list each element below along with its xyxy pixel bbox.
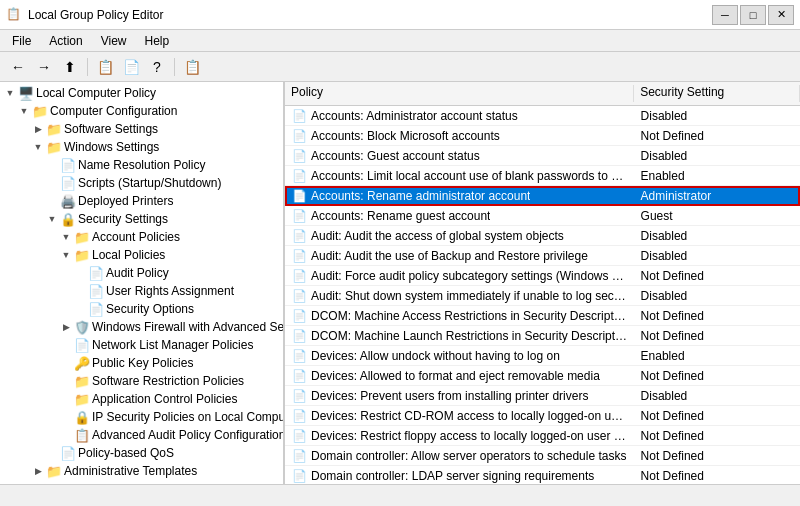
tree-node-root[interactable]: ▼🖥️Local Computer Policy xyxy=(0,84,283,102)
tree-node-audit[interactable]: 📄Audit Policy xyxy=(0,264,283,282)
maximize-button[interactable]: □ xyxy=(740,5,766,25)
expand-icon-ipsec[interactable] xyxy=(58,409,74,425)
tree-label-cc: Computer Configuration xyxy=(50,104,177,118)
tree-label-lp: Local Policies xyxy=(92,248,165,262)
policy-cell: 📄Accounts: Administrator account status xyxy=(285,107,635,125)
expand-icon-dp[interactable] xyxy=(44,193,60,209)
tree-label-srp: Software Restriction Policies xyxy=(92,374,244,388)
expand-icon-pbqos[interactable] xyxy=(44,445,60,461)
policy-list[interactable]: 📄Accounts: Administrator account statusD… xyxy=(285,106,800,484)
list-row[interactable]: 📄Accounts: Limit local account use of bl… xyxy=(285,166,800,186)
tree-node-wfas[interactable]: ▶🛡️Windows Firewall with Advanced Securi… xyxy=(0,318,283,336)
policy-name: Audit: Force audit policy subcategory se… xyxy=(311,269,629,283)
list-row[interactable]: 📄Accounts: Administrator account statusD… xyxy=(285,106,800,126)
expand-icon-wfas[interactable]: ▶ xyxy=(58,319,74,335)
expand-icon-pkp[interactable] xyxy=(58,355,74,371)
list-row[interactable]: 📄Accounts: Rename guest accountGuest xyxy=(285,206,800,226)
show-hide-button[interactable]: 📋 xyxy=(93,56,117,78)
tree-node-scripts[interactable]: 📄Scripts (Startup/Shutdown) xyxy=(0,174,283,192)
minimize-button[interactable]: ─ xyxy=(712,5,738,25)
expand-icon-uc[interactable]: ▼ xyxy=(16,481,32,484)
tree-node-nlmp[interactable]: 📄Network List Manager Policies xyxy=(0,336,283,354)
list-row[interactable]: 📄Accounts: Rename administrator accountA… xyxy=(285,186,800,206)
expand-icon-admtmpl[interactable]: ▶ xyxy=(30,463,46,479)
expand-icon-nlmp[interactable] xyxy=(58,337,74,353)
list-row[interactable]: 📄Devices: Prevent users from installing … xyxy=(285,386,800,406)
close-button[interactable]: ✕ xyxy=(768,5,794,25)
list-row[interactable]: 📄Domain controller: Allow server operato… xyxy=(285,446,800,466)
up-button[interactable]: ⬆ xyxy=(58,56,82,78)
tree-node-uc[interactable]: ▼📁User Configuration xyxy=(0,480,283,484)
security-cell: Not Defined xyxy=(635,428,800,444)
tree-label-ws: Windows Settings xyxy=(64,140,159,154)
expand-icon-acp[interactable] xyxy=(58,391,74,407)
policy-column-header[interactable]: Policy xyxy=(285,85,634,102)
view-button[interactable]: 📋 xyxy=(180,56,204,78)
expand-icon-aapc[interactable] xyxy=(58,427,74,443)
tree-node-dp[interactable]: 🖨️Deployed Printers xyxy=(0,192,283,210)
tree-node-secset[interactable]: ▼🔒Security Settings xyxy=(0,210,283,228)
tree-node-aapc[interactable]: 📋Advanced Audit Policy Configuration xyxy=(0,426,283,444)
expand-icon-root[interactable]: ▼ xyxy=(2,85,18,101)
menu-item-view[interactable]: View xyxy=(93,32,135,50)
expand-icon-scripts[interactable] xyxy=(44,175,60,191)
list-row[interactable]: 📄Audit: Shut down system immediately if … xyxy=(285,286,800,306)
list-row[interactable]: 📄Accounts: Block Microsoft accountsNot D… xyxy=(285,126,800,146)
security-cell: Disabled xyxy=(635,388,800,404)
tree-node-pkp[interactable]: 🔑Public Key Policies xyxy=(0,354,283,372)
security-cell: Not Defined xyxy=(635,408,800,424)
tree-label-ap: Account Policies xyxy=(92,230,180,244)
properties-button[interactable]: 📄 xyxy=(119,56,143,78)
security-column-header[interactable]: Security Setting xyxy=(634,85,800,102)
tree-node-lp[interactable]: ▼📁Local Policies xyxy=(0,246,283,264)
tree-node-nrp[interactable]: 📄Name Resolution Policy xyxy=(0,156,283,174)
tree-node-so[interactable]: 📄Security Options xyxy=(0,300,283,318)
tree-node-ws[interactable]: ▼📁Windows Settings xyxy=(0,138,283,156)
list-row[interactable]: 📄Audit: Audit the access of global syste… xyxy=(285,226,800,246)
list-row[interactable]: 📄DCOM: Machine Launch Restrictions in Se… xyxy=(285,326,800,346)
policy-cell: 📄Accounts: Limit local account use of bl… xyxy=(285,167,635,185)
expand-icon-srp[interactable] xyxy=(58,373,74,389)
tree-label-admtmpl: Administrative Templates xyxy=(64,464,197,478)
list-row[interactable]: 📄Devices: Allowed to format and eject re… xyxy=(285,366,800,386)
tree-node-srp[interactable]: 📁Software Restriction Policies xyxy=(0,372,283,390)
tree-node-acp[interactable]: 📁Application Control Policies xyxy=(0,390,283,408)
menu-item-action[interactable]: Action xyxy=(41,32,90,50)
expand-icon-cc[interactable]: ▼ xyxy=(16,103,32,119)
list-row[interactable]: 📄Audit: Audit the use of Backup and Rest… xyxy=(285,246,800,266)
tree-node-admtmpl[interactable]: ▶📁Administrative Templates xyxy=(0,462,283,480)
list-row[interactable]: 📄Domain controller: LDAP server signing … xyxy=(285,466,800,484)
back-button[interactable]: ← xyxy=(6,56,30,78)
tree-node-cc[interactable]: ▼📁Computer Configuration xyxy=(0,102,283,120)
column-headers: Policy Security Setting xyxy=(285,82,800,106)
window-controls: ─ □ ✕ xyxy=(712,5,794,25)
tree-node-ipsec[interactable]: 🔒IP Security Policies on Local Computer xyxy=(0,408,283,426)
tree-panel[interactable]: ▼🖥️Local Computer Policy▼📁Computer Confi… xyxy=(0,82,285,484)
list-row[interactable]: 📄Devices: Restrict floppy access to loca… xyxy=(285,426,800,446)
forward-button[interactable]: → xyxy=(32,56,56,78)
expand-icon-nrp[interactable] xyxy=(44,157,60,173)
tree-node-ura[interactable]: 📄User Rights Assignment xyxy=(0,282,283,300)
tree-node-sw[interactable]: ▶📁Software Settings xyxy=(0,120,283,138)
security-cell: Disabled xyxy=(635,248,800,264)
list-row[interactable]: 📄Audit: Force audit policy subcategory s… xyxy=(285,266,800,286)
policy-icon: 📄 xyxy=(291,348,307,364)
folder-icon-admtmpl: 📁 xyxy=(46,463,62,479)
expand-icon-ap[interactable]: ▼ xyxy=(58,229,74,245)
expand-icon-secset[interactable]: ▼ xyxy=(44,211,60,227)
expand-icon-ws[interactable]: ▼ xyxy=(30,139,46,155)
tree-node-ap[interactable]: ▼📁Account Policies xyxy=(0,228,283,246)
expand-icon-sw[interactable]: ▶ xyxy=(30,121,46,137)
expand-icon-so[interactable] xyxy=(72,301,88,317)
expand-icon-lp[interactable]: ▼ xyxy=(58,247,74,263)
menu-item-help[interactable]: Help xyxy=(137,32,178,50)
list-row[interactable]: 📄Devices: Restrict CD-ROM access to loca… xyxy=(285,406,800,426)
help-button[interactable]: ? xyxy=(145,56,169,78)
list-row[interactable]: 📄Accounts: Guest account statusDisabled xyxy=(285,146,800,166)
list-row[interactable]: 📄DCOM: Machine Access Restrictions in Se… xyxy=(285,306,800,326)
expand-icon-audit[interactable] xyxy=(72,265,88,281)
list-row[interactable]: 📄Devices: Allow undock without having to… xyxy=(285,346,800,366)
expand-icon-ura[interactable] xyxy=(72,283,88,299)
menu-item-file[interactable]: File xyxy=(4,32,39,50)
tree-node-pbqos[interactable]: 📄Policy-based QoS xyxy=(0,444,283,462)
